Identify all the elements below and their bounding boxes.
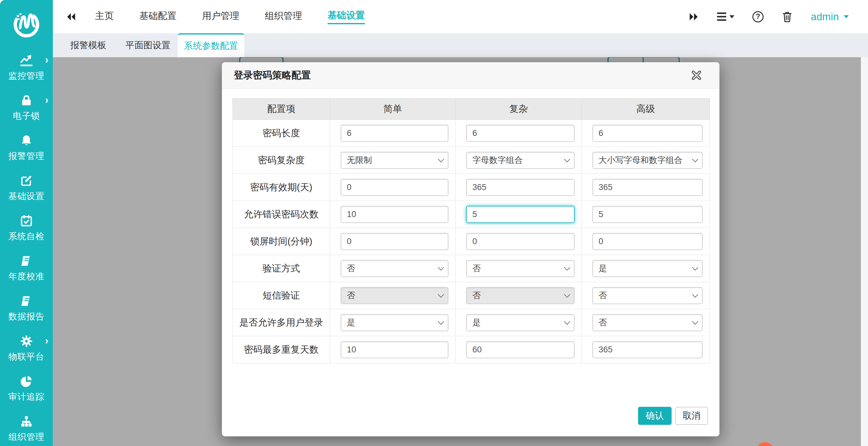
caret-down-icon bbox=[844, 15, 849, 18]
row-label: 验证方式 bbox=[233, 255, 330, 282]
chevron-down-icon bbox=[692, 291, 698, 298]
password-repeat-days-simple-input[interactable] bbox=[341, 341, 448, 358]
lockscreen-time-advanced-input[interactable] bbox=[592, 233, 703, 250]
chevron-down-icon bbox=[692, 156, 698, 162]
help-icon[interactable]: ? bbox=[752, 11, 764, 22]
multi-user-login-simple-select[interactable]: 是 bbox=[341, 314, 448, 331]
nav-item-basic-config[interactable]: 基础配置 bbox=[139, 10, 177, 24]
nav-item-basic-settings[interactable]: 基础设置 bbox=[328, 9, 365, 24]
sidebar-item-label: 基础设置 bbox=[8, 190, 44, 202]
policy-table: 配置项 简单 复杂 高级 密码长度 密码复杂度 无限制 字母数字组合 大小 bbox=[232, 98, 710, 363]
table-row: 锁屏时间(分钟) bbox=[233, 228, 710, 255]
chevron-down-icon bbox=[438, 156, 444, 162]
select-value: 是 bbox=[598, 263, 607, 274]
wrong-password-attempts-advanced-input[interactable] bbox=[592, 206, 703, 223]
top-navbar: 主页 基础配置 用户管理 组织管理 基础设置 ? admin bbox=[53, 0, 868, 33]
edit-icon bbox=[20, 174, 33, 188]
password-complexity-advanced-select[interactable]: 大小写字母和数字组合 bbox=[592, 152, 703, 169]
verification-method-advanced-select[interactable]: 是 bbox=[592, 260, 703, 277]
row-label: 短信验证 bbox=[233, 282, 330, 309]
menu-dropdown-icon[interactable] bbox=[717, 12, 734, 21]
lockscreen-time-simple-input[interactable] bbox=[341, 233, 448, 250]
cancel-button[interactable]: 取消 bbox=[675, 407, 708, 425]
sidebar-item-label: 监控管理 bbox=[8, 70, 44, 82]
row-label: 允许错误密码次数 bbox=[233, 201, 330, 228]
close-icon[interactable] bbox=[691, 70, 702, 81]
select-value: 否 bbox=[598, 317, 607, 328]
dialog-header: 登录密码策略配置 bbox=[222, 62, 719, 89]
wrong-password-attempts-simple-input[interactable] bbox=[341, 206, 448, 223]
top-nav-items: 主页 基础配置 用户管理 组织管理 基础设置 bbox=[95, 9, 365, 24]
nav-item-home[interactable]: 主页 bbox=[95, 10, 114, 24]
sidebar-item-basic-settings[interactable]: 基础设置 bbox=[0, 168, 53, 208]
tab-alarm-template[interactable]: 报警模板 bbox=[58, 33, 118, 57]
password-repeat-days-advanced-input[interactable] bbox=[592, 341, 703, 358]
sidebar-item-self-check[interactable]: 系统自检 bbox=[0, 208, 53, 248]
chevron-down-icon bbox=[438, 264, 444, 271]
multi-user-login-complex-select[interactable]: 是 bbox=[466, 314, 575, 331]
password-validity-simple-input[interactable] bbox=[341, 179, 448, 196]
nav-item-user-management[interactable]: 用户管理 bbox=[202, 10, 239, 24]
multi-user-login-advanced-select[interactable]: 否 bbox=[592, 314, 703, 331]
pie-chart-icon bbox=[20, 374, 33, 388]
sidebar: 监控管理 › 电子锁 › 报警管理 基础设置 bbox=[0, 0, 53, 446]
row-label: 密码长度 bbox=[233, 120, 330, 147]
chevron-right-icon: › bbox=[45, 94, 49, 105]
table-row: 密码长度 bbox=[233, 120, 710, 147]
table-row: 是否允许多用户登录 是 是 否 bbox=[233, 309, 710, 336]
bell-icon bbox=[20, 133, 33, 148]
sms-verification-advanced-select[interactable]: 否 bbox=[592, 287, 703, 304]
trash-icon[interactable] bbox=[782, 11, 793, 23]
sidebar-item-label: 审计追踪 bbox=[8, 391, 44, 403]
expand-right-icon[interactable] bbox=[688, 12, 699, 22]
sidebar-item-org-management[interactable]: 组织管理 bbox=[0, 408, 53, 446]
lockscreen-time-complex-input[interactable] bbox=[466, 233, 575, 250]
collapse-left-icon[interactable] bbox=[66, 12, 76, 22]
table-row: 密码复杂度 无限制 字母数字组合 大小写字母和数字组合 bbox=[233, 147, 710, 174]
chevron-down-icon bbox=[564, 264, 570, 271]
app-logo[interactable] bbox=[0, 0, 53, 49]
sidebar-item-monitor[interactable]: 监控管理 › bbox=[0, 47, 53, 87]
dialog-title: 登录密码策略配置 bbox=[234, 69, 311, 82]
caret-down-icon bbox=[730, 15, 734, 18]
user-menu[interactable]: admin bbox=[811, 11, 849, 23]
password-length-complex-input[interactable] bbox=[466, 125, 575, 142]
row-label: 锁屏时间(分钟) bbox=[233, 228, 330, 255]
dialog-footer: 确认 取消 bbox=[222, 407, 719, 425]
scrollbar-track[interactable] bbox=[861, 57, 868, 446]
select-value: 是 bbox=[472, 317, 481, 328]
sidebar-item-annual-calibration[interactable]: 年度校准 bbox=[0, 248, 53, 288]
nav-item-org-management[interactable]: 组织管理 bbox=[265, 10, 302, 24]
tab-floorplan-settings[interactable]: 平面图设置 bbox=[118, 33, 178, 57]
password-repeat-days-complex-input[interactable] bbox=[466, 341, 575, 358]
select-value: 否 bbox=[598, 290, 607, 301]
chevron-down-icon bbox=[692, 319, 698, 325]
sidebar-item-alarm[interactable]: 报警管理 bbox=[0, 127, 53, 168]
sidebar-item-elock[interactable]: 电子锁 › bbox=[0, 87, 53, 127]
password-validity-advanced-input[interactable] bbox=[592, 179, 703, 196]
org-chart-icon bbox=[20, 414, 33, 428]
confirm-button[interactable]: 确认 bbox=[638, 407, 672, 425]
select-value: 否 bbox=[347, 263, 355, 274]
password-complexity-complex-select[interactable]: 字母数字组合 bbox=[466, 152, 575, 169]
password-length-advanced-input[interactable] bbox=[592, 125, 703, 142]
password-length-simple-input[interactable] bbox=[341, 125, 448, 142]
sidebar-item-audit-trail[interactable]: 审计追踪 bbox=[0, 368, 53, 408]
row-label: 是否允许多用户登录 bbox=[233, 309, 330, 336]
verification-method-simple-select[interactable]: 否 bbox=[341, 260, 448, 277]
password-validity-complex-input[interactable] bbox=[466, 179, 575, 196]
chart-line-icon bbox=[19, 53, 34, 67]
sidebar-item-data-report[interactable]: 数据报告 bbox=[0, 288, 53, 328]
select-value: 大小写字母和数字组合 bbox=[598, 155, 682, 166]
password-complexity-simple-select[interactable]: 无限制 bbox=[341, 152, 448, 169]
lock-icon bbox=[20, 93, 33, 108]
wrong-password-attempts-complex-input[interactable] bbox=[466, 206, 575, 223]
app-page: 监控管理 › 电子锁 › 报警管理 基础设置 bbox=[0, 0, 868, 446]
chevron-right-icon: › bbox=[45, 54, 49, 65]
table-row: 验证方式 否 否 是 bbox=[233, 255, 710, 282]
sidebar-menu: 监控管理 › 电子锁 › 报警管理 基础设置 bbox=[0, 47, 53, 446]
sidebar-item-iot-platform[interactable]: 物联平台 › bbox=[0, 328, 53, 368]
tab-system-params[interactable]: 系统参数配置 bbox=[178, 33, 244, 57]
verification-method-complex-select[interactable]: 否 bbox=[466, 260, 575, 277]
chevron-right-icon: › bbox=[45, 335, 49, 346]
